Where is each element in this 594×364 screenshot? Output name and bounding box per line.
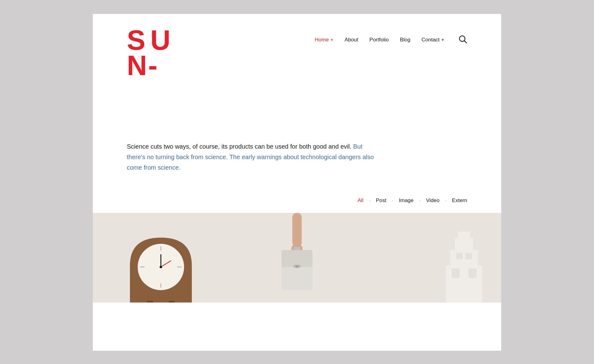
logo-row-bottom: N -: [127, 52, 169, 79]
preview-handbag: [229, 213, 365, 303]
logo[interactable]: S U N -: [127, 26, 169, 79]
svg-rect-11: [169, 301, 175, 303]
svg-rect-16: [282, 250, 312, 267]
nav-contact[interactable]: Contact +: [421, 37, 444, 43]
svg-rect-25: [456, 253, 463, 259]
hero-quote-highlight: But there's no turning back from science…: [127, 143, 374, 171]
logo-letter-n: N: [127, 52, 146, 79]
filter-video[interactable]: Video: [426, 197, 439, 204]
filter-extern[interactable]: Extern: [452, 197, 467, 204]
header: S U N - Home + About Portfolio Blog Cont…: [93, 14, 501, 79]
clock-svg: [127, 235, 195, 303]
decor-svg: [433, 225, 495, 303]
preview-decor: [365, 213, 501, 303]
svg-line-1: [464, 41, 467, 43]
svg-rect-12: [292, 213, 302, 247]
nav-portfolio[interactable]: Portfolio: [369, 37, 389, 43]
svg-point-18: [296, 265, 298, 268]
filter-all[interactable]: All: [358, 197, 364, 204]
handbag-svg: [266, 213, 328, 303]
search-icon[interactable]: [458, 35, 467, 45]
nav-contact-plus: +: [441, 37, 444, 43]
preview-clock: [93, 213, 229, 303]
filter-sep-2: ·: [392, 198, 393, 203]
nav-blog[interactable]: Blog: [400, 37, 410, 43]
hero-quote: Science cuts two ways, of course, its pr…: [127, 141, 381, 173]
svg-rect-19: [446, 265, 483, 303]
logo-dash: -: [148, 52, 157, 79]
svg-rect-21: [455, 238, 473, 253]
filter-sep-4: ·: [445, 198, 446, 203]
content-preview: [93, 213, 501, 303]
svg-rect-14: [293, 247, 301, 250]
svg-point-9: [160, 266, 162, 268]
svg-rect-22: [458, 231, 470, 239]
filter-bar: All · Post · Image · Video · Extern: [93, 185, 501, 213]
svg-rect-10: [147, 301, 153, 303]
filter-post[interactable]: Post: [376, 197, 386, 204]
nav-home[interactable]: Home +: [315, 37, 333, 43]
filter-sep-1: ·: [369, 198, 370, 203]
svg-rect-23: [452, 269, 459, 278]
nav-home-plus: +: [330, 37, 334, 43]
nav-about[interactable]: About: [345, 37, 358, 43]
hero-section: Science cuts two ways, of course, its pr…: [93, 79, 501, 185]
main-nav: Home + About Portfolio Blog Contact +: [315, 35, 467, 45]
filter-image[interactable]: Image: [399, 197, 414, 204]
main-window: S U N - Home + About Portfolio Blog Cont…: [93, 14, 501, 351]
svg-rect-26: [466, 253, 472, 259]
svg-rect-24: [469, 269, 476, 278]
filter-sep-3: ·: [419, 198, 420, 203]
